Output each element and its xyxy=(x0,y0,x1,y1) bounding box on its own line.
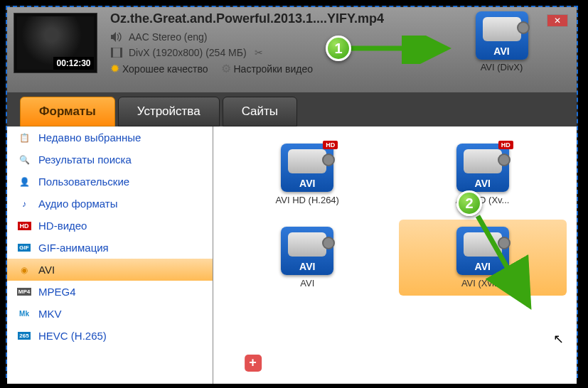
preset-avi[interactable]: AVI AVI xyxy=(223,220,392,296)
user-icon: 👤 xyxy=(17,176,31,188)
sidebar-item-gif[interactable]: GIF GIF-анимация xyxy=(7,237,213,259)
sidebar-item-label: Недавно выбранные xyxy=(38,131,141,144)
format-category-sidebar: 📋 Недавно выбранные 🔍 Результаты поиска … xyxy=(7,126,213,384)
annotation-marker-2: 2 xyxy=(456,190,482,216)
output-format-target[interactable]: AVI AVI (DivX) xyxy=(468,11,535,72)
tab-sites[interactable]: Сайты xyxy=(223,97,297,126)
sidebar-item-hd[interactable]: HD HD-видео xyxy=(7,215,213,237)
gif-badge-icon: GIF xyxy=(17,242,31,254)
gear-icon: ⚙ xyxy=(221,63,231,75)
preset-label: AVI (XviD) xyxy=(461,278,504,289)
quality-indicator: ✹ Хорошее качество xyxy=(110,62,208,75)
annotation-marker-1: 1 xyxy=(326,36,351,61)
sidebar-item-label: Пользовательские xyxy=(38,176,129,188)
note-icon: ♪ xyxy=(17,198,31,210)
preset-grid: AVI HD AVI HD (H.264) AVI HD AVI HD (Xv.… xyxy=(213,126,577,384)
sidebar-item-label: AVI xyxy=(38,264,55,276)
preset-label: AVI xyxy=(300,278,314,289)
h265-badge-icon: 265 xyxy=(17,330,31,342)
tab-formats[interactable]: Форматы xyxy=(20,97,115,126)
preset-label: AVI HD (H.264) xyxy=(276,195,339,205)
sidebar-item-recent[interactable]: 📋 Недавно выбранные xyxy=(7,126,213,149)
sidebar-item-avi[interactable]: ◉ AVI xyxy=(7,259,213,281)
close-button[interactable]: ✕ xyxy=(547,14,568,27)
sidebar-item-label: Аудио форматы xyxy=(38,198,117,210)
watermark-subtext: ВОПРОСЫ АДМИНУ xyxy=(266,367,340,374)
search-icon: 🔍 xyxy=(17,154,31,166)
camera-icon: AVI xyxy=(281,227,333,275)
sidebar-item-label: MPEG4 xyxy=(38,286,76,298)
target-caption: AVI (DivX) xyxy=(468,62,535,72)
sidebar-item-label: Результаты поиска xyxy=(38,153,132,166)
sidebar-item-hevc[interactable]: 265 HEVC (H.265) xyxy=(7,325,213,347)
audio-info: AAC Stereo (eng) xyxy=(129,31,208,43)
camera-icon: AVI xyxy=(456,227,509,275)
hd-tag-icon: HD xyxy=(498,141,513,149)
hd-tag-icon: HD xyxy=(323,141,338,149)
sidebar-item-audio[interactable]: ♪ Аудио форматы xyxy=(7,193,213,215)
mkv-icon: Mk xyxy=(17,308,31,320)
preset-avi-hd-h264[interactable]: AVI HD AVI HD (H.264) xyxy=(223,136,392,212)
watermark-text: OCOMP.info xyxy=(266,352,340,367)
sidebar-item-mpeg4[interactable]: MP4 MPEG4 xyxy=(7,281,213,303)
hd-badge-icon: HD xyxy=(17,220,31,232)
sidebar-item-search[interactable]: 🔍 Результаты поиска xyxy=(7,149,213,171)
plus-icon: + xyxy=(245,355,262,372)
scissors-icon[interactable]: ✂ xyxy=(252,46,265,59)
recent-icon: 📋 xyxy=(17,132,31,144)
preset-avi-xvid[interactable]: AVI AVI (XviD) xyxy=(399,220,567,296)
camera-icon: AVI HD xyxy=(456,144,509,192)
sidebar-item-label: GIF-анимация xyxy=(38,242,109,254)
file-header: 00:12:30 Oz.the.Great.and.Powerful.2013.… xyxy=(7,7,577,92)
sidebar-item-label: HD-видео xyxy=(38,220,87,232)
preset-avi-hd-xvid[interactable]: AVI HD AVI HD (Xv... xyxy=(399,136,567,212)
disc-icon: ◉ xyxy=(17,264,31,276)
tab-bar: Форматы Устройства Сайты xyxy=(7,92,577,126)
camera-icon: AVI HD xyxy=(281,144,333,192)
mp4-badge-icon: MP4 xyxy=(17,286,31,298)
video-info: DivX (1920x800) (254 МБ) xyxy=(129,47,247,58)
star-icon: ✹ xyxy=(110,63,119,75)
watermark: + OCOMP.info ВОПРОСЫ АДМИНУ xyxy=(245,352,340,374)
video-settings-button[interactable]: ⚙ Настройки видео xyxy=(221,62,313,75)
cursor-icon: ↖ xyxy=(553,331,564,347)
camera-icon: AVI xyxy=(476,11,528,60)
timecode: 00:12:30 xyxy=(53,57,93,70)
sidebar-item-user[interactable]: 👤 Пользовательские xyxy=(7,171,213,193)
speaker-icon xyxy=(110,31,123,43)
svg-rect-2 xyxy=(120,48,122,58)
tab-devices[interactable]: Устройства xyxy=(118,97,220,126)
sidebar-item-label: MKV xyxy=(38,308,62,320)
sidebar-item-label: HEVC (H.265) xyxy=(38,330,107,342)
video-thumbnail[interactable]: 00:12:30 xyxy=(14,13,97,73)
svg-rect-1 xyxy=(111,48,113,58)
film-icon xyxy=(110,46,123,59)
sidebar-item-mkv[interactable]: Mk MKV xyxy=(7,303,213,325)
